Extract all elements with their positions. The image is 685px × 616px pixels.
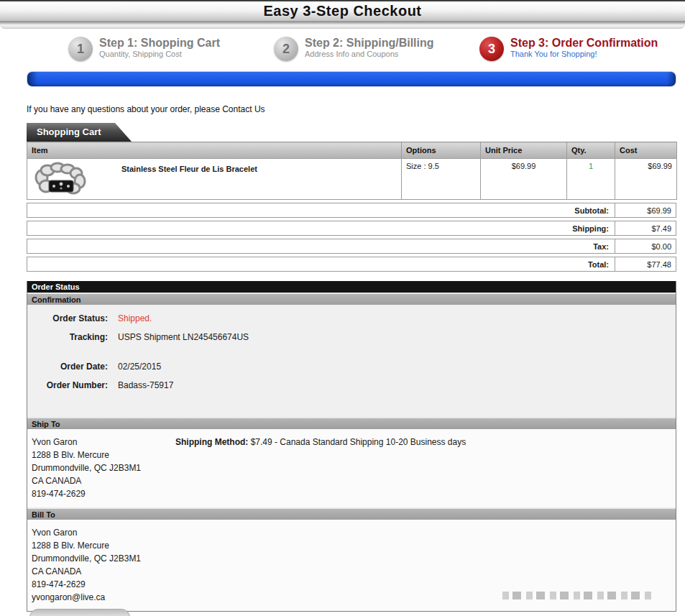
tracking-field: Tracking: USPS Shipment LN245456674US — [27, 332, 676, 351]
shipping-label: Shipping: — [27, 221, 615, 235]
tax-value: $0.00 — [615, 239, 676, 253]
step-2-number-badge: 2 — [274, 37, 298, 61]
total-row: Total: $77.48 — [27, 257, 676, 272]
ship-to-content: Yvon Garon 1288 B Blv. Mercure Drummondv… — [27, 429, 676, 507]
step-3-order-confirmation: 3 Step 3: Order Confirmation Thank You f… — [479, 37, 685, 61]
column-header-item: Item — [27, 142, 402, 159]
page-header: Easy 3-Step Checkout — [0, 0, 685, 22]
item-options: Size : 9.5 — [402, 159, 481, 200]
total-label: Total: — [27, 257, 615, 271]
step-3-title: Step 3: Order Confirmation — [510, 37, 658, 50]
watermark — [502, 592, 655, 599]
item-qty: 1 — [567, 159, 615, 200]
step-1-number-badge: 1 — [68, 37, 93, 61]
ship-to-country: CA CANADA — [32, 474, 676, 487]
bill-to-country: CA CANADA — [32, 565, 676, 578]
item-cell: Stainless Steel Fleur de Lis Bracelet — [27, 159, 402, 200]
item-unit-price: $69.99 — [481, 159, 567, 200]
step-1-title: Step 1: Shopping Cart — [99, 37, 220, 50]
total-value: $77.48 — [615, 257, 676, 271]
ship-to-phone: 819-474-2629 — [32, 487, 676, 500]
subtotal-label: Subtotal: — [27, 203, 615, 217]
order-number-value: Badass-75917 — [118, 380, 173, 399]
order-date-field-label: Order Date: — [27, 362, 108, 380]
order-number-field-label: Order Number: — [27, 380, 108, 399]
subtotal-value: $69.99 — [615, 203, 676, 217]
shipping-method: Shipping Method: $7.49 - Canada Standard… — [175, 436, 466, 449]
bill-to-name: Yvon Garon — [32, 526, 676, 539]
step-1-shopping-cart[interactable]: 1 Step 1: Shopping Cart Quantity, Shippi… — [68, 37, 274, 61]
shipping-method-label: Shipping Method: — [175, 437, 248, 447]
bracelet-thumbnail — [32, 162, 89, 196]
order-status-value: Shipped. — [118, 313, 152, 332]
order-number-field: Order Number: Badass-75917 — [27, 380, 676, 399]
step-2-subtitle: Address Info and Coupons — [305, 50, 434, 58]
item-name: Stainless Steel Fleur de Lis Bracelet — [121, 165, 257, 173]
order-status-section-header: Order Status — [27, 281, 676, 293]
tax-label: Tax: — [27, 239, 615, 253]
cart-table-header-row: Item Options Unit Price Qty. Cost — [27, 142, 677, 159]
contact-notice-text: If you have any questions about your ord… — [27, 104, 222, 114]
step-2-shipping-billing[interactable]: 2 Step 2: Shipping/Billing Address Info … — [274, 37, 479, 61]
tracking-value: USPS Shipment LN245456674US — [118, 332, 249, 351]
ship-to-street: 1288 B Blv. Mercure — [32, 449, 676, 461]
order-status-field: Order Status: Shipped. — [27, 313, 676, 332]
bill-to-city: Drummondville, QC J2B3M1 — [32, 552, 676, 565]
shipping-row: Shipping: $7.49 — [27, 221, 676, 236]
order-date-value: 02/25/2015 — [118, 362, 161, 380]
order-status-field-label: Order Status: — [27, 313, 108, 332]
bottom-cutoff-button[interactable] — [29, 609, 130, 616]
progress-bar — [27, 71, 676, 87]
contact-us-link[interactable]: Contact Us — [222, 104, 265, 114]
order-details-panel: Order Status Confirmation Order Status: … — [27, 281, 676, 612]
column-header-cost: Cost — [615, 142, 677, 159]
confirmation-content: Order Status: Shipped. Tracking: USPS Sh… — [27, 305, 676, 417]
checkout-steps: 1 Step 1: Shopping Cart Quantity, Shippi… — [0, 29, 685, 67]
bill-to-phone: 819-474-2629 — [32, 578, 676, 591]
cart-item-row: Stainless Steel Fleur de Lis Bracelet Si… — [27, 159, 677, 200]
column-header-unit-price: Unit Price — [481, 142, 567, 159]
cart-table: Item Options Unit Price Qty. Cost — [27, 142, 677, 200]
ship-to-section-header: Ship To — [27, 417, 676, 429]
confirmation-section-header: Confirmation — [27, 293, 676, 305]
step-3-number-badge: 3 — [479, 37, 504, 61]
order-date-field: Order Date: 02/25/2015 — [27, 362, 676, 380]
item-cost: $69.99 — [615, 159, 677, 200]
column-header-qty: Qty. — [567, 142, 615, 159]
ship-to-city: Drummondville, QC J2B3M1 — [32, 461, 676, 474]
page-title: Easy 3-Step Checkout — [263, 3, 421, 19]
step-3-subtitle: Thank You for Shopping! — [510, 50, 658, 58]
shipping-value: $7.49 — [615, 221, 676, 235]
bill-to-section-header: Bill To — [27, 507, 676, 520]
step-1-subtitle: Quantity, Shipping Cost — [99, 50, 220, 58]
shipping-method-value: $7.49 - Canada Standard Shipping 10-20 B… — [248, 437, 466, 447]
bill-to-street: 1288 B Blv. Mercure — [32, 539, 676, 552]
step-2-title: Step 2: Shipping/Billing — [305, 37, 434, 50]
shopping-cart-tab: Shopping Cart — [27, 123, 132, 142]
subtotal-row: Subtotal: $69.99 — [27, 203, 676, 218]
tracking-field-label: Tracking: — [27, 332, 108, 351]
contact-notice: If you have any questions about your ord… — [27, 104, 685, 114]
header-divider-strip — [0, 22, 685, 29]
column-header-options: Options — [402, 142, 481, 159]
tax-row: Tax: $0.00 — [27, 239, 676, 254]
